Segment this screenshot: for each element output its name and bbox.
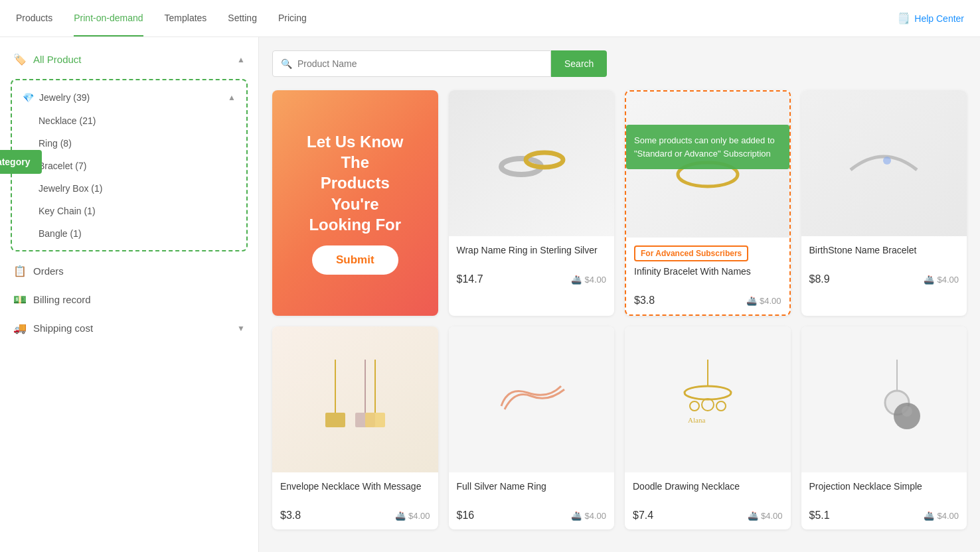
product-image-infinity: Some products can only be added to "Stan… [626,92,789,238]
pricing-silver-ring: $16 🚢 $4.00 [457,510,607,521]
price-infinity: $3.8 [634,295,655,307]
product-grid: Let Us Know The Products You're Looking … [272,90,967,529]
product-name-projection: Projection Necklace Simple [809,480,959,504]
svg-rect-9 [365,413,385,427]
subcategory-ring[interactable]: Ring (8) [28,132,246,155]
ring-illustration [491,130,571,196]
billing-icon: 💵 [13,293,27,306]
search-input-wrap: 🔍 [272,50,551,77]
pricing-envelope: $3.8 🚢 $4.00 [280,510,430,521]
orders-label: Orders [33,265,64,277]
svg-point-14 [702,399,714,411]
subcategory-bangle[interactable]: Bangle (1) [28,222,246,245]
product-card-wrap-ring[interactable]: Wrap Name Ring in Sterling Silver $14.7 … [449,90,615,316]
jewelry-category-tree: 💎 Jewelry (39) ▲ Necklace (21) Ring (8) … [11,79,248,251]
product-card-doodle[interactable]: Alana Doodle Drawing Necklace $7.4 🚢 $4.… [625,326,791,529]
search-bar: 🔍 Search [272,50,967,77]
sidebar-all-product[interactable]: 🏷️ All Product ▲ [0,45,258,74]
sidebar-orders[interactable]: 📋 Orders [0,257,258,285]
help-center-label: Help Center [914,13,964,24]
nav-setting[interactable]: Setting [228,1,257,36]
pricing-birthstone: $8.9 🚢 $4.00 [809,273,959,285]
svg-point-15 [716,401,726,411]
ship-doodle: 🚢 $4.00 [748,511,783,521]
help-icon: 🗒️ [897,12,910,25]
svg-rect-5 [325,413,345,427]
svg-point-3 [883,157,891,165]
nav-templates[interactable]: Templates [165,1,207,36]
subcategory-jewelry-box[interactable]: Jewelry Box (1) [28,177,246,200]
search-icon: 🔍 [281,58,292,69]
subcategory-key-chain[interactable]: Key Chain (1) [28,200,246,222]
birthstone-illustration [844,137,924,190]
svg-point-19 [902,406,912,417]
product-name-doodle: Doodle Drawing Necklace [633,480,783,504]
ship-envelope: 🚢 $4.00 [395,511,430,521]
doodle-illustration: Alana [668,360,748,439]
jewelry-label: Jewelry (39) [39,92,90,103]
product-image-silver-ring [449,326,615,472]
subcategory-necklace[interactable]: Necklace (21) [28,109,246,132]
ship-projection: 🚢 $4.00 [924,511,959,521]
shipping-label: Shipping cost [33,322,93,334]
product-image-wrap-ring [449,90,615,236]
product-card-birthstone[interactable]: BirthStone Name Bracelet $8.9 🚢 $4.00 [801,90,967,316]
nav-items: Products Print-on-demand Templates Setti… [16,1,307,36]
jewelry-icon: 💎 [23,92,34,103]
product-image-doodle: Alana [625,326,791,472]
subcategory-bracelet[interactable]: Bracelet (7) [28,155,246,177]
nav-products[interactable]: Products [16,1,52,36]
price-birthstone: $8.9 [809,273,830,285]
main-content: 🔍 Search Let Us Know The Products You're… [259,37,980,552]
price-doodle: $7.4 [633,510,653,521]
product-tooltip: Some products can only be added to "Stan… [626,125,789,169]
product-name-silver-ring: Full Silver Name Ring [457,480,607,504]
all-product-label: All Product [33,54,82,65]
pricing-infinity: $3.8 🚢 $4.00 [634,295,781,307]
nav-pricing[interactable]: Pricing [278,1,307,36]
product-card-projection[interactable]: Projection Necklace Simple $5.1 🚢 $4.00 [801,326,967,529]
envelope-illustration [315,353,395,446]
svg-point-13 [690,401,699,411]
search-button[interactable]: Search [551,50,607,77]
price-projection: $5.1 [809,510,830,521]
all-product-icon: 🏷️ [13,53,27,66]
sidebar-billing[interactable]: 💵 Billing record [0,285,258,314]
ship-wrap-ring: 🚢 $4.00 [571,275,606,285]
product-name-wrap-ring: Wrap Name Ring in Sterling Silver [457,244,607,268]
sidebar: Product Category 🏷️ All Product ▲ 💎 Jewe… [0,37,259,552]
jewelry-chevron: ▲ [228,93,236,102]
price-silver-ring: $16 [457,510,475,521]
adv-subscriber-tag: For Advanced Subscribers [634,245,748,261]
pricing-projection: $5.1 🚢 $4.00 [809,510,959,521]
submit-text: Let Us Know The Products You're Looking … [292,131,418,235]
main-layout: Product Category 🏷️ All Product ▲ 💎 Jewe… [0,37,980,552]
product-image-envelope [272,326,438,472]
billing-label: Billing record [33,294,91,305]
orders-icon: 📋 [13,265,27,277]
product-card-envelope[interactable]: Envelope Necklace With Message $3.8 🚢 $4… [272,326,438,529]
product-card-silver-ring[interactable]: Full Silver Name Ring $16 🚢 $4.00 [449,326,615,529]
top-nav: Products Print-on-demand Templates Setti… [0,0,980,37]
svg-point-11 [685,386,731,399]
ship-birthstone: 🚢 $4.00 [924,275,959,285]
help-center-link[interactable]: 🗒️ Help Center [897,12,964,25]
silver-ring-illustration [488,373,574,426]
submit-product-card: Let Us Know The Products You're Looking … [272,90,438,316]
product-card-infinity[interactable]: Some products can only be added to "Stan… [625,90,791,316]
projection-illustration [844,353,924,446]
jewelry-category-header[interactable]: 💎 Jewelry (39) ▲ [12,86,246,109]
search-input[interactable] [297,58,542,69]
shipping-icon: 🚚 [13,322,27,334]
submit-button[interactable]: Submit [312,245,398,275]
nav-print-on-demand[interactable]: Print-on-demand [74,1,143,36]
jewelry-subcategories: Necklace (21) Ring (8) Bracelet (7) Jewe… [12,109,246,245]
all-product-chevron: ▲ [237,55,245,64]
sidebar-shipping[interactable]: 🚚 Shipping cost ▼ [0,314,258,342]
svg-text:Alana: Alana [688,416,705,424]
shipping-chevron: ▼ [237,324,245,333]
price-envelope: $3.8 [280,510,301,521]
product-category-badge: Product Category [0,150,42,174]
pricing-wrap-ring: $14.7 🚢 $4.00 [457,273,607,285]
product-image-projection [801,326,967,472]
